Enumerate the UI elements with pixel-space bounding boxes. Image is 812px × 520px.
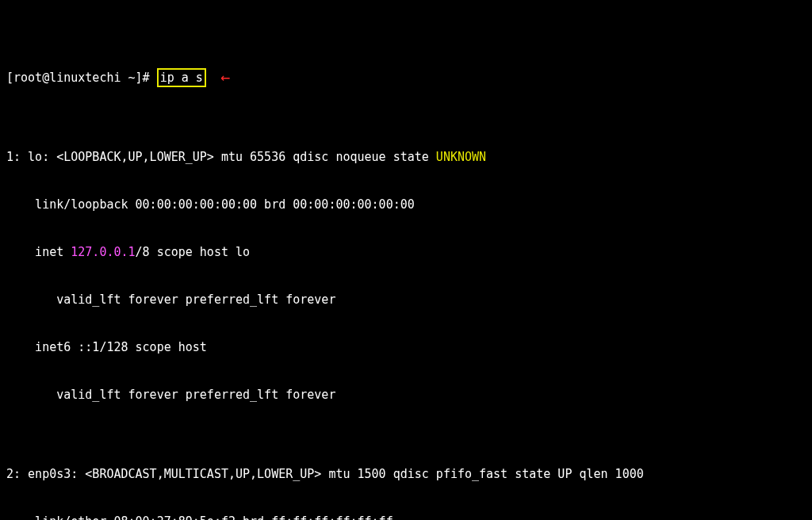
iface-lo-inet: inet 127.0.0.1/8 scope host lo (6, 244, 806, 260)
iface-lo-valid1: valid_lft forever preferred_lft forever (6, 292, 806, 308)
iface-lo-valid2: valid_lft forever preferred_lft forever (6, 387, 806, 403)
iface-enp0s3-link: link/ether 08:00:27:89:5e:f2 brd ff:ff:f… (6, 514, 806, 520)
prompt-user: root@linuxtechi (13, 71, 121, 85)
prompt-sep: ~ (121, 71, 136, 85)
iface-lo-inet6: inet6 ::1/128 scope host (6, 339, 806, 355)
text: /8 scope host lo (136, 245, 251, 259)
prompt-line[interactable]: [root@linuxtechi ~]# ip a s ← (6, 68, 806, 86)
text: 1: lo: <LOOPBACK,UP,LOWER_UP> mtu 65536 … (6, 150, 436, 164)
command-text: ip a s (160, 71, 203, 85)
iface-state: UNKNOWN (436, 150, 486, 164)
prompt-open: [ (6, 71, 13, 85)
command-highlight-box: ip a s (157, 68, 206, 87)
arrow-icon: ← (220, 69, 230, 85)
ip-address: 127.0.0.1 (71, 245, 135, 259)
iface-enp0s3-header: 2: enp0s3: <BROADCAST,MULTICAST,UP,LOWER… (6, 466, 806, 482)
text: inet (6, 245, 71, 259)
iface-lo-header: 1: lo: <LOOPBACK,UP,LOWER_UP> mtu 65536 … (6, 149, 806, 165)
iface-lo-link: link/loopback 00:00:00:00:00:00 brd 00:0… (6, 197, 806, 212)
terminal-output: [root@linuxtechi ~]# ip a s ← 1: lo: <LO… (0, 0, 812, 520)
prompt-close: ]# (136, 71, 157, 85)
